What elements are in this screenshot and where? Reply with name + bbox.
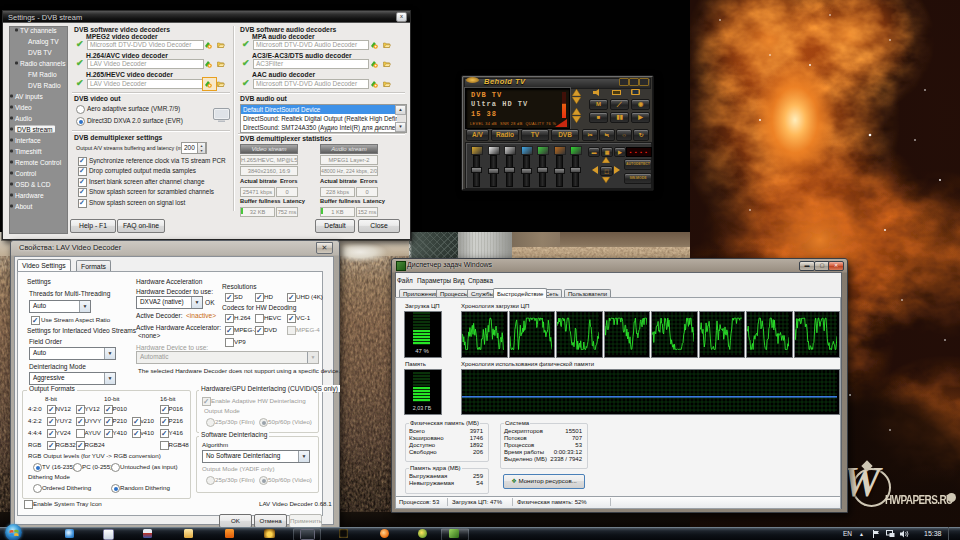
svg-text:2,03 ГБ: 2,03 ГБ <box>413 405 432 411</box>
svg-text:47 %: 47 % <box>415 348 429 354</box>
